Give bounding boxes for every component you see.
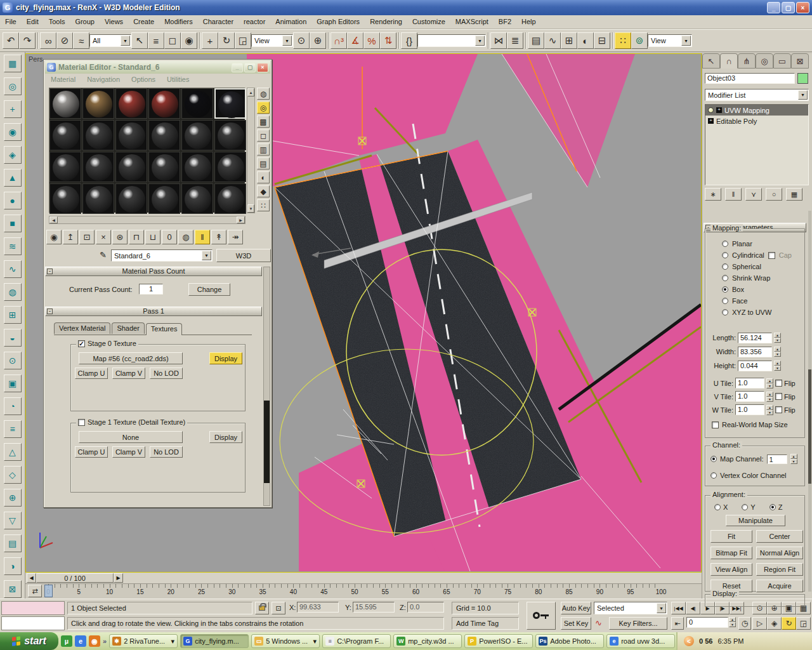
mini-listener-macro-line[interactable] <box>1 601 65 615</box>
task-button[interactable]: ≡C:\Program F... <box>322 634 391 648</box>
material-slot[interactable] <box>214 183 246 214</box>
axis-radio-z[interactable] <box>769 504 776 510</box>
show-map-in-viewport-icon[interactable]: ◍ <box>178 230 193 244</box>
tab-textures[interactable]: Textures <box>146 323 183 335</box>
trackbar-next-key-button[interactable]: ▶ <box>114 573 123 583</box>
pass-count-rollout-header[interactable]: - Material Pass Count <box>45 267 262 276</box>
material-slot[interactable] <box>49 152 81 182</box>
pin-stack-button[interactable]: ∗ <box>705 188 721 201</box>
material-slot[interactable] <box>82 183 114 214</box>
layer-manager-icon[interactable]: ▤ <box>528 32 544 49</box>
menu-tools[interactable]: Tools <box>44 15 70 29</box>
viewport-label[interactable]: Pers <box>29 55 43 63</box>
render-view-select-dropdown[interactable]: View▼ <box>648 34 692 47</box>
spinner-snap-toggle-icon[interactable]: ⇅ <box>380 32 396 49</box>
timeline-ruler[interactable]: ⇄ 05101520253035404550556065707580859095… <box>25 583 702 599</box>
fit-button[interactable]: Fit <box>710 530 752 543</box>
left-tab-icon-22[interactable]: ▤ <box>4 534 22 552</box>
left-tab-icon-15[interactable]: ▣ <box>4 375 22 392</box>
stage0-display-button[interactable]: Display <box>209 352 242 364</box>
unlink-selection-icon[interactable]: ⊘ <box>56 32 73 49</box>
undo-icon[interactable]: ↶ <box>3 32 19 49</box>
material-slot[interactable] <box>148 152 180 182</box>
pass1-rollout-header[interactable]: - Pass 1 <box>45 307 262 316</box>
utorrent-icon[interactable]: µ <box>61 635 72 647</box>
use-pivot-point-center-icon[interactable]: ⊙ <box>293 32 310 49</box>
map-channel-spinner[interactable]: ▲▼ <box>790 454 797 464</box>
material-id-channel-icon[interactable]: 0 <box>162 230 177 244</box>
me-menu-options[interactable]: Options <box>126 76 161 83</box>
remove-modifier-button[interactable]: ○ <box>766 188 782 201</box>
make-unique-icon[interactable]: ⊓ <box>129 230 144 244</box>
material-editor-titlebar[interactable]: G Material Editor - Standard_6 _ ▢ × <box>45 61 270 74</box>
tab-modify[interactable]: ∩ <box>720 53 738 69</box>
left-tab-icon-7[interactable]: ● <box>4 192 22 209</box>
material-slot[interactable] <box>148 183 180 214</box>
internet-explorer-icon[interactable]: e <box>75 635 86 647</box>
task-button[interactable]: Gcity_flying.m... <box>180 634 249 648</box>
modifier-list-dropdown[interactable]: Modifier List ▼ <box>705 89 809 101</box>
menu-modifiers[interactable]: Modifiers <box>159 15 198 29</box>
tab-create[interactable]: ↖ <box>702 53 720 69</box>
menu-views[interactable]: Views <box>100 15 128 29</box>
set-keys-button[interactable] <box>527 602 556 630</box>
named-selection-sets-dropdown[interactable]: ▼ <box>417 34 486 47</box>
mini-listener-script-line[interactable] <box>1 616 65 630</box>
material-slot[interactable] <box>115 183 147 214</box>
stage0-clamp-u-button[interactable]: Clamp U <box>75 368 108 379</box>
select-and-link-icon[interactable]: ∞ <box>40 32 56 49</box>
cap-checkbox[interactable] <box>768 252 775 259</box>
select-and-move-icon[interactable]: + <box>202 32 218 49</box>
curve-editor-icon[interactable]: ∿ <box>544 32 561 49</box>
mapping-radio-spherical[interactable] <box>722 263 728 270</box>
axis-option[interactable]: Y <box>742 503 755 511</box>
time-slider-thumb[interactable]: 0 / 100 <box>36 573 114 583</box>
manipulate-button[interactable]: Manipulate <box>726 515 785 526</box>
material-slot[interactable] <box>82 120 114 150</box>
menu-group[interactable]: Group <box>70 15 100 29</box>
axis-option[interactable]: Z <box>769 503 783 511</box>
tab-hierarchy[interactable]: ⋔ <box>738 53 756 69</box>
sample-uv-tiling-icon[interactable]: ◻ <box>257 129 270 142</box>
stage1-clamp-v-button[interactable]: Clamp V <box>112 446 145 458</box>
left-tab-icon-19[interactable]: ◇ <box>4 466 22 484</box>
material-slot[interactable] <box>181 183 213 214</box>
make-unique-button[interactable]: ⋎ <box>745 188 762 201</box>
render-view-select-arrow[interactable]: ▼ <box>681 36 691 46</box>
collapse-icon[interactable]: - <box>47 269 53 274</box>
acquire-button[interactable]: Acquire <box>756 580 803 592</box>
menu-rendering[interactable]: Rendering <box>365 15 407 29</box>
left-tab-icon-14[interactable]: ⊙ <box>4 352 22 369</box>
view-align-button[interactable]: View Align <box>710 563 752 576</box>
stage0-no-lod-button[interactable]: No LOD <box>150 368 183 379</box>
make-material-copy-icon[interactable]: ⊛ <box>112 230 128 244</box>
material-slot[interactable] <box>82 152 114 182</box>
time-slider-position[interactable] <box>44 585 53 597</box>
go-to-parent-icon[interactable]: ↟ <box>211 230 226 244</box>
rectangular-selection-region-icon[interactable]: ◻ <box>164 32 181 49</box>
center-button[interactable]: Center <box>756 530 803 543</box>
select-object-icon[interactable]: ↖ <box>131 32 148 49</box>
reset-map-icon[interactable]: × <box>96 230 111 244</box>
mapping-radio-cylindrical[interactable] <box>722 252 728 258</box>
edit-named-selection-sets-icon[interactable]: {} <box>401 32 417 49</box>
me-close-button[interactable]: × <box>257 63 268 72</box>
left-tab-icon-17[interactable]: ≡ <box>4 420 22 438</box>
material-type-button[interactable]: W3D <box>216 249 271 262</box>
render-setup-icon[interactable]: ⊟ <box>594 32 610 49</box>
axis-radio-x[interactable] <box>714 504 721 510</box>
menu-character[interactable]: Character <box>198 15 239 29</box>
frame-spinner[interactable]: ▲▼ <box>729 617 736 627</box>
modifier-stack-item[interactable]: +Editable Poly <box>705 116 808 126</box>
material-slot[interactable] <box>115 120 147 150</box>
mapping-option-row[interactable]: CylindricalCap <box>705 249 806 261</box>
task-button[interactable]: Wmp_city.w3d ... <box>393 634 462 648</box>
mapping-radio-shrink-wrap[interactable] <box>722 275 728 281</box>
menu-create[interactable]: Create <box>128 15 159 29</box>
sample-type-icon[interactable]: ◍ <box>257 88 270 100</box>
left-tab-icon-24[interactable]: ⊠ <box>4 580 22 598</box>
task-button[interactable]: ✱2 RivaTune...▾ <box>109 634 178 648</box>
maximize-button[interactable]: ▢ <box>782 2 795 13</box>
object-name-field[interactable]: Object03 <box>705 73 795 84</box>
stage1-checkbox[interactable] <box>78 419 85 426</box>
